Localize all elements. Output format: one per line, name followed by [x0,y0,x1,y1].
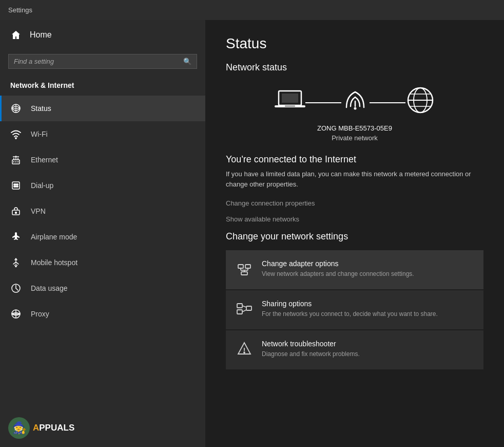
section-label: Network & Internet [0,77,205,96]
adapter-text: Change adapter options View network adap… [262,259,414,278]
svg-point-14 [14,184,15,185]
svg-point-15 [15,184,16,185]
search-input[interactable] [14,58,183,65]
show-networks-link[interactable]: Show available networks [226,215,483,223]
page-title: Status [226,35,483,52]
proxy-label: Proxy [31,310,49,318]
troubleshooter-text: Network troubleshooter Diagnose and fix … [262,340,360,359]
svg-point-31 [354,107,356,110]
wifi-icon [10,128,22,140]
main-layout: Home 🔍 Network & Internet Status [0,20,504,447]
sharing-text: Sharing options For the networks you con… [262,300,438,319]
status-label: Status [31,104,51,113]
app-title: Settings [8,6,32,14]
svg-rect-28 [282,94,298,103]
sharing-icon [236,301,253,320]
change-connection-link[interactable]: Change connection properties [226,199,483,207]
sidebar-item-proxy[interactable]: Proxy [0,301,205,327]
watermark: 🧙 APPUALS [8,417,74,439]
troubleshooter-icon [236,341,253,360]
troubleshooter-desc: Diagnose and fix network problems. [262,350,360,359]
adapter-desc: View network adapters and change connect… [262,270,414,278]
svg-rect-43 [241,272,247,275]
sidebar-item-airplane[interactable]: Airplane mode [0,224,205,250]
signal-icon [341,88,370,118]
svg-rect-13 [12,182,20,189]
ethernet-icon [10,154,22,165]
connected-title: You're connected to the Internet [226,154,483,165]
svg-rect-37 [238,265,243,268]
home-label: Home [30,30,52,40]
wifi-label: Wi-Fi [31,130,48,138]
svg-point-18 [15,186,16,187]
watermark-icon: 🧙 [8,417,30,439]
sidebar-item-dialup[interactable]: Dial-up [0,173,205,198]
change-settings-title: Change your network settings [226,231,483,242]
search-box[interactable]: 🔍 [8,54,197,69]
svg-rect-45 [237,310,242,314]
svg-point-3 [15,138,16,139]
watermark-text: APPUALS [33,423,74,433]
svg-rect-46 [246,306,251,310]
dialup-label: Dial-up [31,181,53,190]
svg-rect-30 [285,105,295,107]
search-icon: 🔍 [183,58,191,65]
network-name: ZONG MBB-E5573-05E9 [226,124,483,132]
sharing-title: Sharing options [262,300,438,308]
svg-point-17 [14,186,15,187]
hotspot-icon [10,257,22,268]
sidebar-item-wifi[interactable]: Wi-Fi [0,121,205,147]
svg-rect-38 [245,265,250,268]
home-icon [10,29,22,41]
sidebar-item-ethernet[interactable]: Ethernet [0,147,205,173]
globe-icon [405,85,435,120]
sidebar-item-status[interactable]: Status [0,96,205,121]
sidebar-item-hotspot[interactable]: Mobile hotspot [0,250,205,275]
network-line-2 [370,102,405,103]
sidebar: Home 🔍 Network & Internet Status [0,20,205,447]
svg-point-50 [244,352,245,353]
dialup-icon [10,180,22,191]
hotspot-label: Mobile hotspot [31,258,77,267]
network-diagram [226,85,483,120]
sharing-card[interactable]: Sharing options For the networks you con… [226,290,483,329]
network-status-title: Network status [226,62,483,73]
datausage-label: Data usage [31,284,68,292]
svg-line-47 [242,306,246,307]
sharing-desc: For the networks you connect to, decide … [262,310,438,319]
airplane-icon [10,231,22,243]
svg-point-21 [15,212,17,214]
troubleshooter-card[interactable]: Network troubleshooter Diagnose and fix … [226,330,483,369]
connected-desc: If you have a limited data plan, you can… [226,169,483,189]
vpn-label: VPN [31,207,46,215]
main-content: Status Network status [205,20,504,447]
sidebar-item-vpn[interactable]: VPN [0,198,205,224]
svg-rect-44 [237,304,242,308]
adapter-icon [236,260,253,280]
laptop-icon [275,88,305,118]
vpn-icon [10,206,22,217]
status-icon [10,103,22,114]
proxy-icon [10,308,22,320]
svg-point-16 [17,184,18,185]
ethernet-label: Ethernet [31,156,58,164]
svg-line-48 [242,310,246,312]
network-line-1 [305,102,341,103]
airplane-label: Airplane mode [31,233,77,241]
sidebar-item-datausage[interactable]: Data usage [0,275,205,301]
adapter-card[interactable]: Change adapter options View network adap… [226,250,483,289]
adapter-title: Change adapter options [262,259,414,268]
data-usage-icon [10,283,22,294]
svg-point-22 [15,266,16,267]
title-bar: Settings [0,0,504,20]
sidebar-home[interactable]: Home [0,20,205,50]
network-type: Private network [226,134,483,142]
svg-point-19 [17,186,18,187]
troubleshooter-title: Network troubleshooter [262,340,360,348]
